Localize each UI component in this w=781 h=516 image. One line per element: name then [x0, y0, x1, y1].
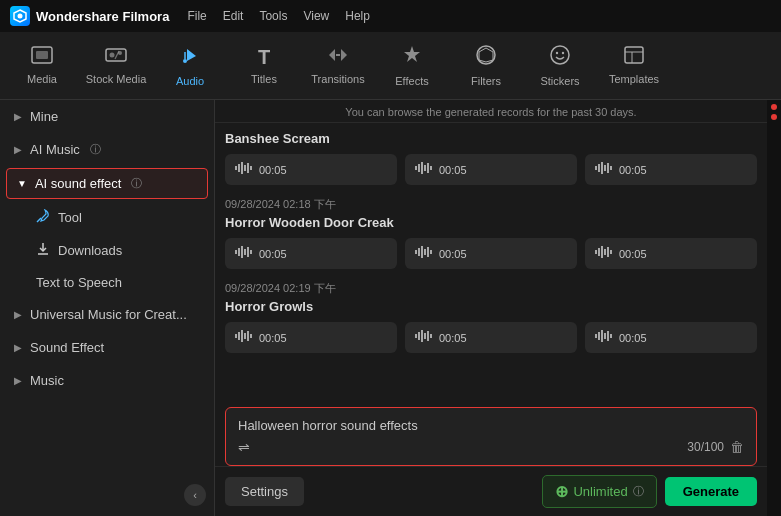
svg-rect-27	[247, 163, 249, 173]
prompt-text[interactable]: Halloween horror sound effects	[238, 418, 744, 433]
settings-button[interactable]: Settings	[225, 477, 304, 506]
svg-point-8	[183, 59, 187, 63]
track-duration: 00:05	[259, 332, 287, 344]
prompt-count-value: 30/100	[687, 440, 724, 454]
toolbar-titles[interactable]: T Titles	[228, 36, 300, 96]
audio-section-growls: 09/28/2024 02:19 下午 Horror Growls 00:05	[225, 281, 757, 353]
toolbar-filters[interactable]: Filters	[450, 36, 522, 96]
svg-rect-65	[415, 334, 417, 338]
svg-rect-67	[421, 330, 423, 342]
sidebar-tts-label: Text to Speech	[36, 275, 122, 290]
svg-rect-62	[244, 333, 246, 339]
sidebar-item-music[interactable]: ▶ Music	[0, 364, 214, 397]
audio-track[interactable]: 00:05	[225, 322, 397, 353]
svg-rect-59	[235, 334, 237, 338]
toolbar-templates[interactable]: Templates	[598, 36, 670, 96]
svg-point-14	[551, 46, 569, 64]
trash-icon[interactable]: 🗑	[730, 439, 744, 455]
audio-track[interactable]: 00:05	[405, 154, 577, 185]
toolbar-stickers-label: Stickers	[540, 75, 579, 87]
svg-rect-33	[427, 163, 429, 173]
prompt-count-area: 30/100 🗑	[687, 439, 744, 455]
svg-marker-11	[404, 46, 420, 62]
svg-point-5	[110, 53, 115, 58]
svg-rect-73	[601, 330, 603, 342]
right-controls: ⊕ Unlimited ⓘ Generate	[542, 475, 757, 508]
sidebar-item-mine[interactable]: ▶ Mine	[0, 100, 214, 133]
audio-track[interactable]: 00:05	[405, 238, 577, 269]
audio-track[interactable]: 00:05	[225, 238, 397, 269]
svg-rect-76	[610, 334, 612, 338]
svg-rect-52	[430, 250, 432, 254]
audio-track[interactable]: 00:05	[585, 154, 757, 185]
svg-rect-64	[250, 334, 252, 338]
svg-rect-68	[424, 333, 426, 339]
sidebar-music-label: Music	[30, 373, 64, 388]
svg-rect-37	[601, 162, 603, 174]
sidebar-downloads-label: Downloads	[58, 243, 122, 258]
unlimited-info-icon[interactable]: ⓘ	[633, 484, 644, 499]
toolbar-stickers[interactable]: Stickers	[524, 36, 596, 96]
svg-rect-63	[247, 331, 249, 341]
unlimited-plus-icon: ⊕	[555, 482, 568, 501]
sidebar-item-ai-sound-effect[interactable]: ▼ AI sound effect ⓘ	[6, 168, 208, 199]
unlimited-button[interactable]: ⊕ Unlimited ⓘ	[542, 475, 656, 508]
toolbar-stock-media-label: Stock Media	[86, 73, 147, 85]
menu-file[interactable]: File	[187, 9, 206, 23]
audio-tracks-growls: 00:05 00:05 00:05	[225, 322, 757, 353]
svg-point-16	[562, 52, 564, 54]
toolbar-stock-media[interactable]: Stock Media	[80, 36, 152, 96]
sidebar-collapse-button[interactable]: ‹	[184, 484, 206, 506]
sidebar-item-tool[interactable]: Tool	[0, 201, 214, 234]
generate-button[interactable]: Generate	[665, 477, 757, 506]
track-duration: 00:05	[439, 248, 467, 260]
svg-rect-60	[238, 332, 240, 340]
menu-view[interactable]: View	[303, 9, 329, 23]
svg-rect-42	[238, 248, 240, 256]
sidebar-item-downloads[interactable]: Downloads	[0, 234, 214, 267]
toolbar-transitions[interactable]: Transitions	[302, 36, 374, 96]
toolbar-transitions-label: Transitions	[311, 73, 364, 85]
sidebar-ai-sound-label: AI sound effect	[35, 176, 122, 191]
audio-section-door-creak: 09/28/2024 02:18 下午 Horror Wooden Door C…	[225, 197, 757, 269]
sidebar-item-sound-effect[interactable]: ▶ Sound Effect	[0, 331, 214, 364]
tool-icon	[36, 209, 50, 226]
stock-media-icon	[105, 46, 127, 69]
sidebar-item-ai-music[interactable]: ▶ AI Music ⓘ	[0, 133, 214, 166]
svg-rect-39	[607, 163, 609, 173]
universal-arrow-icon: ▶	[14, 309, 22, 320]
audio-track[interactable]: 00:05	[225, 154, 397, 185]
menu-help[interactable]: Help	[345, 9, 370, 23]
menu-edit[interactable]: Edit	[223, 9, 244, 23]
titles-icon: T	[258, 46, 270, 69]
svg-rect-71	[595, 334, 597, 338]
svg-rect-46	[250, 250, 252, 254]
sidebar-item-text-to-speech[interactable]: Text to Speech	[0, 267, 214, 298]
svg-point-1	[18, 14, 23, 19]
shuffle-icon[interactable]: ⇌	[238, 439, 250, 455]
svg-rect-58	[610, 250, 612, 254]
toolbar-audio[interactable]: Audio	[154, 36, 226, 96]
sound-effect-arrow-icon: ▶	[14, 342, 22, 353]
prompt-box[interactable]: Halloween horror sound effects ⇌ 30/100 …	[225, 407, 757, 466]
brand: Wondershare Filmora	[10, 6, 169, 26]
toolbar-effects[interactable]: Effects	[376, 36, 448, 96]
svg-rect-57	[607, 247, 609, 257]
svg-rect-55	[601, 246, 603, 258]
audio-track[interactable]: 00:05	[585, 238, 757, 269]
svg-point-12	[477, 46, 495, 64]
prompt-section: Halloween horror sound effects ⇌ 30/100 …	[215, 401, 767, 466]
sidebar-item-universal-music[interactable]: ▶ Universal Music for Creat...	[0, 298, 214, 331]
audio-track[interactable]: 00:05	[405, 322, 577, 353]
svg-rect-54	[598, 248, 600, 256]
toolbar-audio-label: Audio	[176, 75, 204, 87]
menu-tools[interactable]: Tools	[259, 9, 287, 23]
waveform-icon	[235, 246, 253, 261]
toolbar-media[interactable]: Media	[6, 36, 78, 96]
waveform-icon	[595, 246, 613, 261]
collapse-icon: ‹	[193, 489, 197, 501]
svg-rect-66	[418, 332, 420, 340]
audio-track[interactable]: 00:05	[585, 322, 757, 353]
svg-rect-24	[238, 164, 240, 172]
downloads-icon	[36, 242, 50, 259]
